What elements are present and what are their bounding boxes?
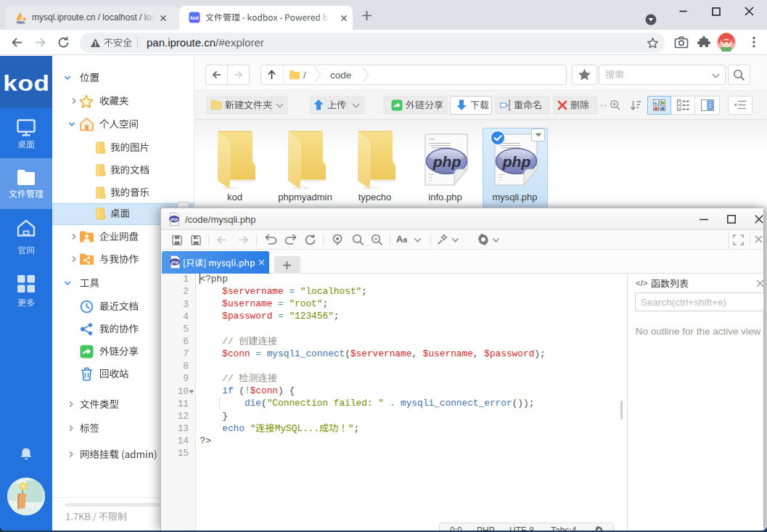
svg-text:kod: kod (190, 15, 198, 20)
svg-text:php: php (502, 153, 531, 170)
svg-text:PMA: PMA (17, 20, 25, 24)
svg-text:php: php (170, 217, 179, 221)
svg-text:php: php (432, 153, 462, 170)
svg-text:php: php (171, 260, 179, 264)
